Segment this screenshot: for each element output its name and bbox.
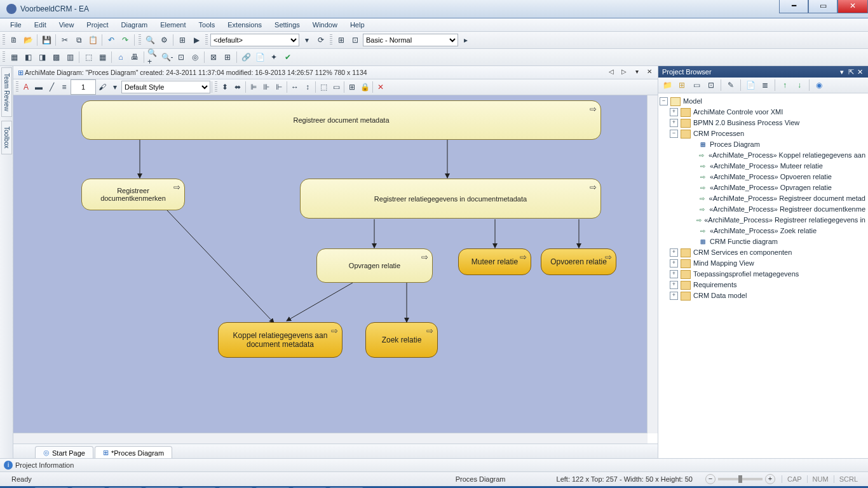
dropdown-icon[interactable]: ▾	[109, 81, 121, 93]
help-icon[interactable]: ◉	[813, 79, 825, 92]
maximize-button[interactable]: ▭	[808, 0, 837, 13]
line-style-icon[interactable]: ≡	[58, 81, 71, 93]
project-browser-title[interactable]: Project Browser ▾ ⇱ ✕	[658, 66, 868, 78]
copy-icon[interactable]: ⧉	[72, 34, 85, 46]
tree-label[interactable]: «ArchiMate_Process» Koppel relatiegegeve…	[709, 150, 865, 161]
print-icon[interactable]: 🖶	[128, 51, 141, 64]
open-icon[interactable]: 📂	[22, 34, 34, 46]
group-icon[interactable]: ⊞	[346, 81, 358, 93]
font-color-icon[interactable]: A	[20, 81, 32, 93]
align-icon[interactable]: ⬌	[231, 81, 244, 93]
doc-icon[interactable]: 📄	[744, 79, 757, 92]
menu-window[interactable]: Window	[306, 20, 344, 30]
move-up-icon[interactable]: ↑	[778, 79, 791, 92]
save-icon[interactable]: 💾	[40, 34, 53, 46]
team-review-tab[interactable]: Team Review	[1, 67, 12, 117]
tree-label[interactable]: BPMN 2.0 Business Process View	[693, 118, 799, 128]
doc-menu-icon[interactable]: ▾	[631, 67, 642, 78]
toolbar-grip[interactable]	[205, 34, 208, 46]
toolbar-grip[interactable]	[139, 34, 141, 46]
tb-icon[interactable]: ▦	[8, 51, 20, 64]
tree-expand-icon[interactable]: +	[670, 281, 678, 289]
default-select[interactable]: <default>	[210, 34, 299, 46]
tree-label[interactable]: CRM Processen	[693, 128, 744, 139]
process-opvragen-relatie[interactable]: ⇨ Opvragen relatie	[316, 248, 433, 283]
new-view-icon[interactable]: ⊡	[705, 79, 717, 92]
tb-icon[interactable]: ◧	[22, 51, 34, 64]
new-package-icon[interactable]: 📁	[661, 79, 674, 92]
cut-icon[interactable]: ✂	[58, 34, 71, 46]
tree-label[interactable]: «ArchiMate_Process» Opvragen relatie	[710, 182, 832, 193]
menu-tools[interactable]: Tools	[193, 20, 222, 30]
tree-collapse-icon[interactable]: −	[660, 97, 668, 105]
list-icon[interactable]: ≣	[759, 79, 771, 92]
distribute-icon[interactable]: ⊪	[260, 81, 273, 93]
new-element-icon[interactable]: ▭	[690, 79, 703, 92]
line-width-input[interactable]	[71, 79, 96, 95]
tb-icon[interactable]: ◨	[36, 51, 48, 64]
zoom-out-icon[interactable]: 🔍-	[161, 51, 173, 64]
tree-label[interactable]: CRM Services en componenten	[693, 247, 792, 258]
size-icon[interactable]: ⬚	[317, 81, 330, 93]
tb-icon[interactable]: ▥	[64, 51, 76, 64]
space-icon[interactable]: ↕	[301, 81, 314, 93]
tree-label[interactable]: Mind Mapping View	[693, 258, 754, 269]
process-koppel-relatiegegevens[interactable]: ⇨ Koppel relatiegegevens aan document me…	[218, 322, 342, 358]
tree-label[interactable]: Proces Diagram	[710, 139, 760, 150]
close-button[interactable]: ✕	[837, 0, 868, 13]
line-color-icon[interactable]: ╱	[45, 81, 58, 93]
zoom-in-button[interactable]: +	[765, 474, 775, 484]
diagram2-icon[interactable]: ⊡	[349, 34, 362, 46]
panel-close-icon[interactable]: ✕	[855, 68, 864, 76]
minimize-button[interactable]: ━	[779, 0, 808, 13]
tree-expand-icon[interactable]: +	[670, 270, 678, 278]
filter-icon[interactable]: ⚙	[158, 34, 170, 46]
process-opvoeren-relatie[interactable]: ⇨ Opvoeren relatie	[541, 248, 616, 275]
menu-help[interactable]: Help	[344, 20, 371, 30]
tb-icon[interactable]: ▩	[50, 51, 62, 64]
zoom-out-button[interactable]: −	[705, 474, 715, 484]
edit-icon[interactable]: ✎	[724, 79, 737, 92]
lock-icon[interactable]: 🔒	[358, 81, 371, 93]
check-icon[interactable]: ✔	[281, 51, 294, 64]
project-information-bar[interactable]: i Project Information	[0, 458, 868, 471]
toolbar-grip[interactable]	[16, 81, 18, 93]
redo-icon[interactable]: ↷	[119, 34, 132, 46]
tree-collapse-icon[interactable]: −	[670, 130, 678, 138]
zoom-slider[interactable]	[718, 478, 763, 480]
tree-expand-icon[interactable]: +	[670, 248, 678, 257]
tb-icon[interactable]: ▦	[96, 51, 109, 64]
style-select[interactable]: Default Style	[121, 81, 210, 93]
menu-diagram[interactable]: Diagram	[115, 20, 154, 30]
wand-icon[interactable]: ✦	[268, 51, 280, 64]
size-icon[interactable]: ▭	[330, 81, 342, 93]
process-registreer-documentkenmerken[interactable]: ⇨ Registreer documentkenmerken	[81, 179, 185, 210]
tree-label[interactable]: «ArchiMate_Process» Muteer relatie	[710, 161, 823, 172]
tree-label[interactable]: «ArchiMate_Process» Registreer relatiege…	[704, 215, 865, 226]
menu-extensions[interactable]: Extensions	[221, 20, 268, 30]
vertical-scrollbar[interactable]	[647, 95, 658, 433]
menu-edit[interactable]: Edit	[28, 20, 53, 30]
align-icon[interactable]: ⬍	[219, 81, 231, 93]
toolbar-grip[interactable]	[3, 34, 5, 46]
panel-pin-icon[interactable]: ⇱	[846, 68, 855, 76]
fill-color-icon[interactable]: ▬	[32, 81, 45, 93]
view-icon[interactable]: ⊞	[176, 34, 189, 46]
layout-select[interactable]: Basic - Normal	[363, 34, 458, 46]
diagram-canvas[interactable]: ⇨ Registreer document metadata ⇨ Registr…	[13, 95, 648, 433]
distribute-icon[interactable]: ⊩	[273, 81, 285, 93]
move-down-icon[interactable]: ↓	[793, 79, 806, 92]
process-registreer-relatiegegevens[interactable]: ⇨ Registreer relatiegegevens in document…	[300, 179, 601, 219]
tb-icon[interactable]: ⊞	[221, 51, 234, 64]
space-icon[interactable]: ↔	[288, 81, 301, 93]
new-icon[interactable]: 🗎	[8, 34, 20, 46]
tree-label[interactable]: Requirements	[693, 280, 736, 290]
panel-menu-icon[interactable]: ▾	[837, 68, 846, 76]
tree-label[interactable]: CRM Data model	[693, 290, 747, 301]
run-icon[interactable]: ▶	[190, 34, 203, 46]
link-icon[interactable]: 🔗	[240, 51, 252, 64]
tree-expand-icon[interactable]: +	[670, 259, 678, 268]
horizontal-scrollbar[interactable]	[13, 433, 648, 444]
tree-label[interactable]: «ArchiMate_Process» Opvoeren relatie	[710, 172, 832, 182]
toolbar-grip[interactable]	[3, 51, 5, 63]
